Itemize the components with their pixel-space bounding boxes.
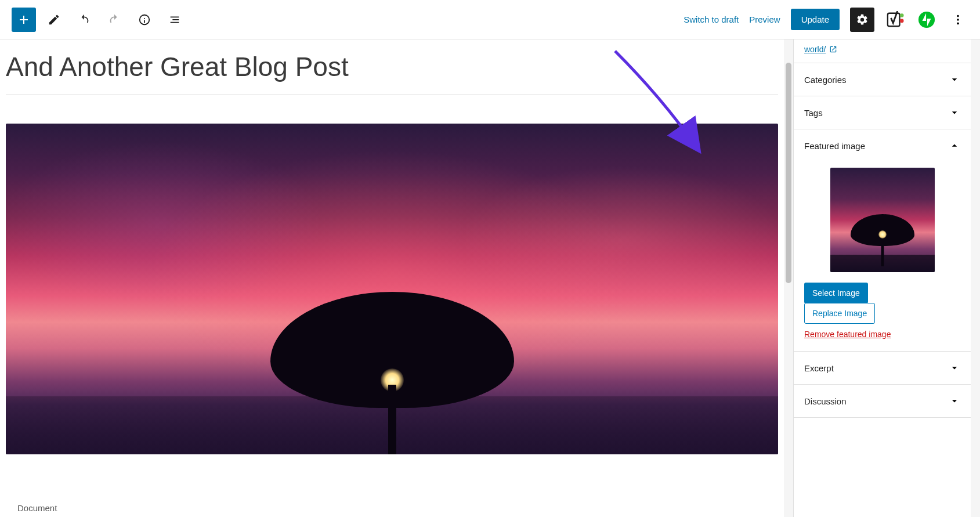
categories-header[interactable]: Categories [794, 63, 971, 96]
toolbar-right: Switch to draft Preview Update [684, 8, 968, 32]
chevron-down-icon [949, 395, 960, 407]
excerpt-label: Excerpt [804, 363, 834, 373]
content-area: And Another Great Blog Post Document wor… [0, 39, 980, 517]
remove-featured-image-link[interactable]: Remove featured image [804, 330, 891, 339]
permalink-panel: world/ [794, 39, 971, 63]
featured-image-body: Select Image Replace Image Remove featur… [794, 168, 971, 351]
svg-point-4 [957, 15, 959, 17]
image-tree [270, 292, 514, 454]
svg-point-3 [918, 11, 935, 27]
more-vertical-icon [952, 13, 964, 26]
document-breadcrumb[interactable]: Document [17, 503, 57, 513]
chevron-down-icon [949, 107, 960, 118]
chevron-down-icon [949, 362, 960, 374]
external-link-icon [829, 45, 837, 53]
add-block-button[interactable] [12, 8, 36, 32]
outline-button[interactable] [162, 8, 187, 32]
featured-image-header[interactable]: Featured image [794, 129, 971, 162]
preview-button[interactable]: Preview [749, 15, 780, 24]
editor-canvas[interactable]: And Another Great Blog Post Document [0, 39, 784, 517]
redo-button[interactable] [102, 8, 126, 32]
info-button[interactable] [132, 8, 157, 32]
undo-button[interactable] [72, 8, 96, 32]
undo-icon [78, 13, 91, 26]
settings-sidebar: world/ Categories Tags Featured image [793, 39, 971, 517]
tags-panel: Tags [794, 96, 971, 129]
permalink-text: world/ [804, 45, 826, 54]
edit-mode-button[interactable] [42, 8, 66, 32]
permalink-link[interactable]: world/ [804, 45, 837, 54]
featured-image-buttons: Select Image Replace Image [804, 283, 875, 324]
settings-button[interactable] [850, 8, 874, 32]
redo-icon [108, 13, 121, 26]
chevron-down-icon [949, 74, 960, 85]
sidebar-scrollbar[interactable] [971, 39, 980, 517]
featured-image-panel: Featured image Select Image Replace Imag… [794, 129, 971, 352]
categories-label: Categories [804, 75, 847, 85]
svg-point-1 [900, 13, 904, 17]
update-button[interactable]: Update [791, 9, 840, 30]
toolbar-left [12, 8, 187, 32]
gear-icon [856, 13, 869, 26]
excerpt-header[interactable]: Excerpt [794, 352, 971, 384]
discussion-label: Discussion [804, 396, 847, 406]
replace-image-button[interactable]: Replace Image [804, 303, 875, 324]
categories-panel: Categories [794, 63, 971, 96]
yoast-seo-button[interactable] [885, 9, 906, 30]
jetpack-icon [918, 11, 935, 28]
svg-point-5 [957, 19, 959, 21]
excerpt-panel: Excerpt [794, 352, 971, 385]
discussion-header[interactable]: Discussion [794, 385, 971, 417]
jetpack-button[interactable] [916, 9, 937, 30]
more-options-button[interactable] [948, 9, 968, 30]
svg-point-6 [957, 22, 959, 24]
switch-to-draft-button[interactable]: Switch to draft [684, 15, 739, 24]
list-icon [168, 13, 181, 26]
post-featured-image[interactable] [6, 124, 778, 454]
featured-image-label: Featured image [804, 141, 865, 151]
plus-icon [17, 13, 31, 27]
top-toolbar: Switch to draft Preview Update [0, 0, 980, 39]
editor-scrollbar[interactable] [784, 39, 793, 517]
pencil-icon [48, 13, 60, 26]
discussion-panel: Discussion [794, 385, 971, 418]
chevron-up-icon [949, 140, 960, 151]
svg-point-2 [900, 19, 904, 23]
post-title[interactable]: And Another Great Blog Post [6, 51, 778, 95]
tags-label: Tags [804, 108, 823, 118]
featured-image-thumbnail[interactable] [830, 168, 935, 272]
select-image-button[interactable]: Select Image [804, 283, 868, 303]
tags-header[interactable]: Tags [794, 96, 971, 129]
info-icon [138, 13, 151, 26]
yoast-icon [887, 11, 904, 28]
